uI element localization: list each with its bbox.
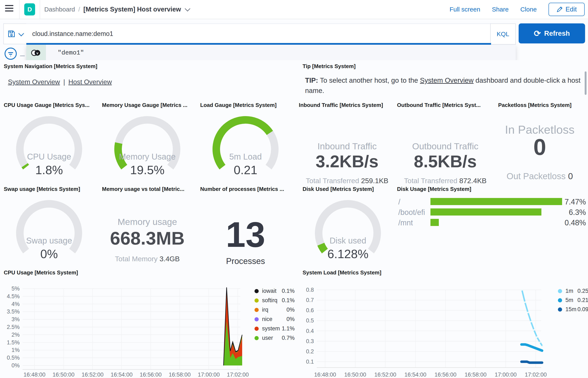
disk-usage-bar — [430, 198, 562, 205]
panel-title: Packetloss [Metrics System] — [492, 102, 588, 108]
clone-button[interactable]: Clone — [520, 6, 537, 13]
legend-label: irq — [262, 307, 268, 313]
chevron-down-icon[interactable] — [185, 6, 190, 12]
gauge-value: 1.8% — [0, 163, 98, 177]
system-load-line-chart[interactable]: 0.80.70.60.50.40.30.20.116:48:0016:50:00… — [299, 276, 588, 378]
query-suggestion-popover[interactable]: v "demo1" — [26, 45, 516, 61]
panel-stat-inbound-traffic: Inbound Traffic [Metrics System]Inbound … — [299, 102, 395, 184]
stat-label: Memory usage — [98, 217, 196, 227]
full-screen-button[interactable]: Full screen — [450, 6, 480, 13]
y-axis-tick: 2.5% — [7, 324, 20, 330]
x-axis-tick: 16:50:00 — [344, 372, 366, 378]
link-system-overview[interactable]: System Overview — [420, 76, 474, 84]
disk-mount-label: /boot/efi — [398, 208, 425, 217]
x-axis-tick: 16:52:00 — [82, 372, 103, 378]
filter-icon[interactable] — [4, 47, 17, 60]
header-divider — [19, 0, 20, 19]
y-axis-tick: 0% — [12, 362, 20, 369]
legend-value: 1.1% — [282, 325, 295, 332]
x-axis-tick: 17:02:00 — [227, 372, 249, 378]
panel-title: Memory Usage Gauge [Metrics ... — [98, 102, 196, 108]
query-text: cloud.instance.name:demo1 — [32, 24, 113, 44]
x-axis-tick: 16:50:00 — [53, 372, 74, 378]
suggestion-value: "demo1" — [46, 45, 84, 61]
x-axis-tick: 16:48:00 — [23, 372, 45, 378]
x-axis-tick: 17:00:00 — [198, 372, 220, 378]
x-axis-tick: 16:52:00 — [374, 372, 396, 378]
remove-filter-icon[interactable]: – — [20, 51, 25, 60]
top-header: D Dashboard / [Metrics System] Host over… — [0, 0, 588, 19]
processes-value: 13 — [196, 217, 295, 252]
query-language-button[interactable]: KQL — [490, 23, 516, 45]
y-axis-tick: 5% — [12, 285, 20, 292]
edit-button-label: Edit — [566, 6, 577, 13]
panel-memory-usage-vs-total: Memory usage vs total [Metric...Memory u… — [98, 186, 196, 268]
stat-sub-value: 259.1KB — [361, 177, 388, 185]
disk-usage-bar — [430, 208, 541, 216]
edit-button[interactable]: Edit — [548, 3, 585, 16]
1m-series-dot — [558, 289, 562, 293]
save-icon — [7, 29, 16, 38]
load-legend-item[interactable]: 1m0.25 — [558, 287, 588, 296]
cpu-legend-item[interactable]: user0.7% — [255, 334, 295, 342]
cpu-legend-item[interactable]: irq0% — [255, 306, 295, 314]
irq-series-dot — [255, 308, 259, 312]
legend-label: user — [262, 335, 273, 341]
cpu-usage-area-chart[interactable]: 5%4.5%4%3.5%3%2.5%2%1.5%1%0.5%0%16:48:00… — [0, 276, 295, 378]
stat-sub-value: 3.4GB — [160, 255, 180, 263]
stat-value: 3.2KB/s — [299, 152, 395, 171]
menu-icon[interactable] — [5, 5, 14, 13]
y-axis-tick: 0.5% — [7, 355, 20, 361]
panel-title: Memory usage vs total [Metric... — [98, 186, 196, 192]
link-system-overview[interactable]: System Overview — [8, 78, 60, 86]
panel-title: System Navigation [Metrics System] — [4, 63, 294, 69]
x-axis-tick: 16:58:00 — [169, 372, 191, 378]
softirq-series-dot — [255, 298, 259, 303]
share-button[interactable]: Share — [492, 6, 509, 13]
panel-title: CPU Usage Gauge [Metrics Sys... — [0, 102, 98, 108]
5m-load-line — [521, 344, 542, 351]
packetloss-out: Out Packetloss 0 — [492, 171, 588, 181]
packetloss-in-value: 0 — [492, 134, 588, 160]
legend-value: 0.09 — [577, 306, 588, 313]
y-axis-tick: 0.5 — [306, 317, 314, 324]
legend-label: system — [262, 325, 280, 332]
cpu-legend-item[interactable]: nice0% — [255, 315, 295, 324]
system-series-dot — [255, 327, 259, 331]
5m-series-dot — [558, 298, 562, 302]
panel-title: Outbound Traffic [Metrics Syst... — [397, 102, 493, 108]
load-legend-item[interactable]: 5m0.21 — [558, 296, 588, 305]
legend-value: 0% — [287, 316, 295, 323]
space-avatar[interactable]: D — [24, 3, 35, 15]
link-host-overview[interactable]: Host Overview — [68, 78, 112, 86]
panel-system-navigation: System Navigation [Metrics System] Syste… — [4, 63, 294, 102]
gauge-label: 5m Load — [196, 152, 295, 162]
cpu-legend-item[interactable]: iowait0.1% — [255, 287, 295, 296]
refresh-button[interactable]: ⟳ Refresh — [519, 23, 585, 43]
y-axis-tick: 0.8 — [306, 287, 314, 293]
disk-usage-value: 0.48% — [565, 218, 586, 227]
y-axis-tick: 0.1 — [306, 359, 314, 365]
legend-value: 0.1% — [282, 297, 295, 304]
cpu-legend-item[interactable]: system1.1% — [255, 325, 295, 333]
cpu-legend-item[interactable]: softirq0.1% — [255, 297, 295, 305]
saved-query-menu-button[interactable] — [3, 23, 27, 44]
vertical-scrollbar[interactable] — [585, 71, 587, 95]
legend-label: softirq — [262, 297, 277, 304]
chevron-down-icon — [18, 31, 24, 36]
disk-usage-value: 6.3% — [569, 208, 586, 217]
packetloss-out-label: Out Packetloss — [506, 171, 568, 181]
panel-title: Inbound Traffic [Metrics System] — [299, 102, 395, 108]
breadcrumb-dashboard[interactable]: Dashboard — [44, 6, 75, 13]
page-title: [Metrics System] Host overview — [83, 6, 181, 13]
y-axis-tick: 0.4 — [306, 328, 314, 334]
panel-gauge-swap-usage: Swap usage [Metrics System]Swap usage0% — [0, 186, 98, 268]
user-series-dot — [255, 336, 259, 340]
disk-mount-label: / — [398, 198, 400, 206]
panel-number-of-processes: Number of processes [Metrics ...13Proces… — [196, 186, 295, 268]
panel-title: Tip [Metrics System] — [302, 63, 583, 69]
stat-label: Outbound Traffic — [397, 141, 493, 151]
load-legend-item[interactable]: 15m0.09 — [558, 306, 588, 314]
search-input[interactable]: cloud.instance.name:demo1 KQL — [26, 23, 516, 44]
disk-mount-label: /mnt — [398, 218, 413, 227]
